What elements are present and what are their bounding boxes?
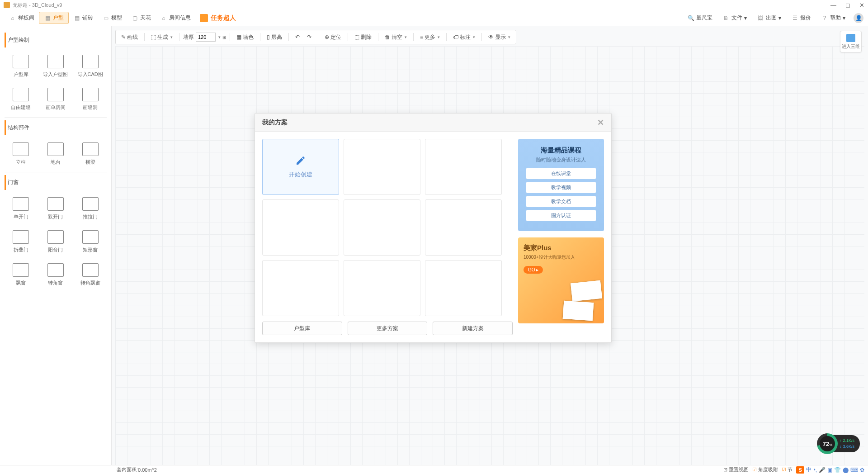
tile-icon: ▤ (73, 14, 80, 22)
wall-thick-input[interactable] (196, 33, 216, 42)
project-slot[interactable] (262, 260, 339, 316)
enter-3d-button[interactable]: 进入三维 (840, 31, 862, 52)
tray-icon[interactable]: ⬤ (843, 467, 849, 473)
performance-widget[interactable]: 72% ↑ 2.1K/s ↓ 3.6K/s (817, 433, 860, 454)
modal-title: 我的方案 (262, 118, 288, 127)
area-value: 0.00m^2 (138, 467, 157, 473)
sidebar-item-balcony-door[interactable]: 阳台门 (39, 227, 72, 257)
sidebar-item-import-cad[interactable]: 导入CAD图 (74, 51, 107, 81)
tab-model[interactable]: ▭模型 (98, 12, 127, 24)
tab-plan[interactable]: ▦户型 (39, 12, 69, 24)
tray-icon[interactable]: 中 (806, 466, 811, 474)
sidebar-item-corner-bay-window[interactable]: 转角飘窗 (74, 260, 107, 290)
tray-icon[interactable]: 🎤 (819, 467, 826, 473)
divider (5, 172, 107, 172)
corner-bay-window-icon (82, 263, 99, 277)
project-slot[interactable] (344, 139, 420, 195)
brand-link[interactable]: 任务超人 (195, 12, 241, 24)
project-slot[interactable] (425, 260, 502, 316)
mark-menu[interactable]: 🏷标注▾ (450, 32, 478, 43)
minimize-button[interactable]: — (830, 2, 836, 9)
export-icon: 🖼 (757, 14, 764, 22)
help-menu[interactable]: ?帮助▾ (819, 12, 847, 24)
project-slot[interactable] (344, 199, 420, 256)
more-icon: ≡ (420, 34, 423, 40)
more-menu[interactable]: ≡更多▾ (417, 32, 443, 43)
wall-color-button[interactable]: ▦墙色 (234, 32, 256, 43)
tab-tile[interactable]: ▤铺砖 (69, 12, 98, 24)
promo-btn-cert[interactable]: 圆方认证 (526, 210, 596, 221)
display-menu[interactable]: 👁显示▾ (486, 32, 513, 43)
tray-icon[interactable]: ▣ (827, 467, 832, 473)
sidebar-item-platform[interactable]: 地台 (39, 139, 72, 169)
ruler-icon: 🔍 (687, 14, 694, 22)
delete-button[interactable]: ⬚删除 (352, 32, 374, 43)
reset-view-button[interactable]: ⊡重置视图 (723, 466, 749, 473)
sidebar-item-single-door[interactable]: 单开门 (5, 194, 38, 224)
sidebar-item-fold-door[interactable]: 折叠门 (5, 227, 38, 257)
modal-close-button[interactable]: ✕ (597, 118, 604, 128)
check-icon: ☑ (782, 467, 786, 473)
sidebar-item-double-door[interactable]: 双开门 (39, 194, 72, 224)
free-wall-icon (13, 88, 29, 101)
sidebar-item-slide-door[interactable]: 推拉门 (74, 194, 107, 224)
redo-button[interactable]: ↷ (304, 33, 314, 42)
new-project-button[interactable]: 新建方案 (433, 322, 513, 335)
promo-btn-online[interactable]: 在线课堂 (526, 168, 596, 179)
undo-button[interactable]: ↶ (292, 33, 302, 42)
sidebar-item-rect-window[interactable]: 矩形窗 (74, 227, 107, 257)
sidebar-item-corner-window[interactable]: 转角窗 (39, 260, 72, 290)
tray-icon[interactable]: 👕 (834, 467, 841, 473)
floor-height-icon: ▯ (267, 34, 270, 40)
draw-line-tool[interactable]: ✎画线 (118, 32, 141, 43)
avatar[interactable]: 👤 (854, 13, 863, 23)
wall-unit-icon[interactable]: ⊞ (222, 35, 226, 40)
close-button[interactable]: ✕ (859, 2, 864, 9)
sogou-ime-icon[interactable]: S (796, 466, 804, 474)
promo2-go-button[interactable]: GO ▸ (524, 266, 543, 274)
tray-icon[interactable]: ⌨ (850, 467, 858, 473)
more-projects-button[interactable]: 更多方案 (348, 322, 428, 335)
sidebar-item-wall-hole[interactable]: 画墙洞 (74, 84, 107, 114)
node-toggle[interactable]: ☑节 (782, 466, 793, 473)
project-slot[interactable] (344, 260, 420, 316)
promo-btn-docs[interactable]: 教学文档 (526, 196, 596, 207)
sidebar-item-import-plan[interactable]: 导入户型图 (39, 51, 72, 81)
locate-button[interactable]: ⊕定位 (322, 32, 344, 43)
thumb-image (571, 280, 602, 302)
plan-lib-button[interactable]: 户型库 (262, 322, 342, 335)
import-cad-icon (82, 55, 99, 68)
generate-menu[interactable]: ⬚生成▾ (148, 32, 175, 43)
mark-icon: 🏷 (453, 34, 458, 40)
tab-roominfo[interactable]: ⌂房间信息 (156, 12, 195, 24)
floor-height-button[interactable]: ▯层高 (264, 32, 285, 43)
slide-door-icon (82, 197, 99, 211)
promo1-title: 海量精品课程 (523, 146, 599, 155)
sidebar-item-free-wall[interactable]: 自由建墙 (5, 84, 38, 114)
sidebar-item-bay-window[interactable]: 飘窗 (5, 260, 38, 290)
tab-ceiling[interactable]: ▢天花 (127, 12, 156, 24)
project-slot[interactable] (425, 139, 502, 195)
quote-icon: ☰ (791, 14, 798, 22)
export-menu[interactable]: 🖼出图▾ (755, 12, 783, 24)
clear-menu[interactable]: 🗑清空▾ (382, 32, 410, 43)
sidebar-item-single-room[interactable]: 画单房间 (39, 84, 72, 114)
single-room-icon (47, 88, 64, 101)
file-menu[interactable]: 🗎文件▾ (721, 12, 749, 24)
sidebar-item-column[interactable]: 立柱 (5, 139, 38, 169)
maximize-button[interactable]: ◻ (845, 2, 850, 9)
quote-button[interactable]: ☰报价 (789, 12, 813, 24)
sidebar-item-beam[interactable]: 横梁 (74, 139, 107, 169)
project-slot[interactable] (262, 199, 339, 256)
tray-icon[interactable]: ✿ (860, 467, 864, 473)
promo-btn-video[interactable]: 教学视频 (526, 182, 596, 193)
sidebar-item-plan-lib[interactable]: 户型库 (5, 51, 38, 81)
sub-toolbar: ✎画线 ⬚生成▾ 墙厚 ▾ ⊞ ▦墙色 ▯层高 ↶ ↷ ⊕定位 ⬚删除 🗑清空▾… (115, 30, 516, 44)
ruler-tool[interactable]: 🔍量尺宝 (685, 12, 714, 24)
tray-icon[interactable]: •, (813, 467, 817, 473)
angle-snap-toggle[interactable]: ☑角度吸附 (752, 466, 778, 473)
project-slot[interactable] (425, 199, 502, 256)
wall-thick-dropdown[interactable]: ▾ (218, 35, 221, 39)
tab-template[interactable]: ⌂样板间 (5, 12, 39, 24)
create-project-card[interactable]: 开始创建 (262, 139, 339, 195)
